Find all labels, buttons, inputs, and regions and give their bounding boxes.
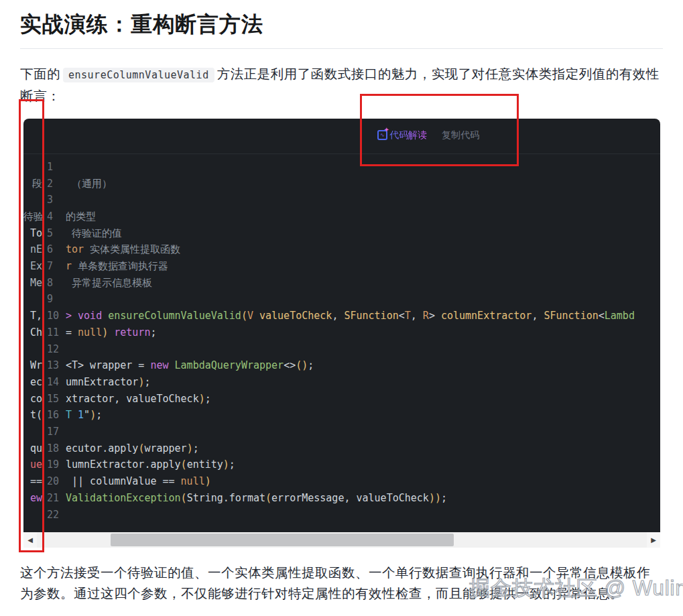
- scroll-left-arrow-icon[interactable]: ◀: [23, 532, 37, 548]
- clipped-code-fragment: [23, 291, 42, 308]
- scrollbar-thumb[interactable]: [111, 534, 454, 546]
- line-number: 4: [42, 208, 66, 225]
- clipped-code-fragment: [23, 341, 42, 358]
- clipped-code-fragment: [23, 507, 42, 523]
- clipped-code-fragment: T,: [23, 308, 42, 324]
- line-number: 17: [42, 424, 66, 440]
- line-number: 2: [42, 176, 66, 192]
- line-number: 15: [42, 391, 66, 408]
- horizontal-scrollbar[interactable]: ◀ ▶: [23, 532, 660, 548]
- code-explain-label: 代码解读: [389, 129, 427, 141]
- line-number: 13: [42, 357, 66, 374]
- intro-text-before: 下面的: [20, 66, 60, 81]
- code-line: ue19lumnExtractor.apply(entity);: [23, 456, 660, 473]
- line-number: 20: [42, 473, 66, 490]
- code-line: Wr13<T> wrapper = new LambdaQueryWrapper…: [23, 357, 660, 374]
- clipped-code-fragment: [23, 424, 42, 440]
- code-text: T 1");: [66, 407, 660, 424]
- code-line: Me8 异常提示信息模板: [23, 275, 660, 292]
- code-text: 的类型: [66, 208, 660, 225]
- line-number: 10: [42, 308, 66, 324]
- clipped-code-fragment: ==: [23, 473, 42, 490]
- clipped-code-fragment: 待验: [23, 208, 42, 225]
- line-number: 5: [42, 225, 66, 242]
- scroll-right-arrow-icon[interactable]: ▶: [647, 532, 660, 548]
- line-number: 7: [42, 258, 66, 275]
- line-number: 6: [42, 241, 66, 258]
- code-line: co15xtractor, valueToCheck);: [23, 391, 660, 408]
- code-line: nE6tor 实体类属性提取函数: [23, 241, 660, 258]
- code-line: ew21ValidationException(String.format(er…: [23, 490, 660, 507]
- ai-sparkle-icon: ✦ ∿: [377, 130, 387, 140]
- code-line: ==20 || columnValue == null): [23, 473, 660, 490]
- clipped-code-fragment: 段: [23, 176, 42, 192]
- code-scroll-area[interactable]: 1段2 （通用）3待验4的类型To5 待验证的值nE6tor 实体类属性提取函数…: [23, 154, 660, 532]
- code-text: 待验证的值: [66, 225, 660, 242]
- code-text: > void ensureColumnValueValid(V valueToC…: [66, 308, 660, 324]
- clipped-code-fragment: Ch: [23, 324, 42, 341]
- clipped-code-fragment: t(: [23, 407, 42, 424]
- code-text: umnExtractor);: [66, 374, 660, 391]
- code-line: 22: [23, 507, 660, 523]
- code-line: Ch11= null) return;: [23, 324, 660, 341]
- line-number: 3: [42, 192, 66, 208]
- line-number: 8: [42, 275, 66, 292]
- code-line: To5 待验证的值: [23, 225, 660, 242]
- code-line: 17: [23, 424, 660, 440]
- code-text: tor 实体类属性提取函数: [66, 241, 660, 258]
- code-text: lumnExtractor.apply(entity);: [66, 456, 660, 473]
- code-text: （通用）: [66, 176, 660, 192]
- line-number: 22: [42, 507, 66, 523]
- code-text: || columnValue == null): [66, 473, 660, 490]
- code-text: <T> wrapper = new LambdaQueryWrapper<>()…: [66, 357, 660, 374]
- inline-code: ensureColumnValueValid: [63, 68, 214, 82]
- code-text: [66, 192, 660, 208]
- code-line: 9: [23, 291, 660, 308]
- code-text: [66, 159, 660, 176]
- scrollbar-track[interactable]: [37, 532, 647, 548]
- outro-paragraph: 这个方法接受一个待验证的值、一个实体类属性提取函数、一个单行数据查询执行器和一个…: [20, 562, 663, 604]
- code-text: [66, 507, 660, 523]
- code-text: [66, 341, 660, 358]
- code-line: 12: [23, 341, 660, 358]
- clipped-code-fragment: Me: [23, 275, 42, 292]
- code-line: T,10> void ensureColumnValueValid(V valu…: [23, 308, 660, 324]
- article-content: 实战演练：重构断言方法 下面的ensureColumnValueValid方法正…: [0, 0, 683, 604]
- line-number: 12: [42, 341, 66, 358]
- line-number: 11: [42, 324, 66, 341]
- clipped-code-fragment: qu: [23, 440, 42, 457]
- clipped-code-fragment: ec: [23, 374, 42, 391]
- clipped-code-fragment: To: [23, 225, 42, 242]
- clipped-code-fragment: co: [23, 391, 42, 408]
- line-number: 1: [42, 159, 66, 176]
- line-number: 9: [42, 291, 66, 308]
- code-text: ecutor.apply(wrapper);: [66, 440, 660, 457]
- code-text: = null) return;: [66, 324, 660, 341]
- title-divider: [20, 48, 663, 49]
- copy-code-button[interactable]: 复制代码: [442, 129, 479, 141]
- page-title: 实战演练：重构断言方法: [20, 9, 663, 40]
- clipped-code-fragment: ue: [23, 456, 42, 473]
- code-text: 异常提示信息模板: [66, 275, 660, 292]
- code-line: qu18ecutor.apply(wrapper);: [23, 440, 660, 457]
- code-text: xtractor, valueToCheck);: [66, 391, 660, 408]
- line-number: 19: [42, 456, 66, 473]
- clipped-code-fragment: Ex: [23, 258, 42, 275]
- line-number: 14: [42, 374, 66, 391]
- code-line: 3: [23, 192, 660, 208]
- intro-paragraph: 下面的ensureColumnValueValid方法正是利用了函数式接口的魅力…: [20, 64, 663, 107]
- code-line: t(16T 1");: [23, 407, 660, 424]
- code-line: ec14umnExtractor);: [23, 374, 660, 391]
- line-number: 21: [42, 490, 66, 507]
- clipped-code-fragment: nE: [23, 241, 42, 258]
- line-number: 18: [42, 440, 66, 457]
- code-toolbar: ✦ ∿ 代码解读 复制代码: [23, 119, 660, 154]
- code-text: [66, 291, 660, 308]
- clipped-code-fragment: [23, 159, 42, 176]
- clipped-code-fragment: [23, 192, 42, 208]
- code-line: 1: [23, 159, 660, 176]
- code-line: 待验4的类型: [23, 208, 660, 225]
- clipped-code-fragment: ew: [23, 490, 42, 507]
- code-explain-button[interactable]: ✦ ∿ 代码解读: [377, 129, 427, 141]
- code-line: Ex7r 单条数据查询执行器: [23, 258, 660, 275]
